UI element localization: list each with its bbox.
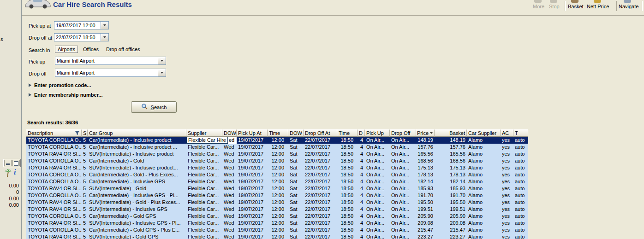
cell-transmission: auto: [513, 227, 528, 233]
membership-number-expander[interactable]: Enter membership number...: [29, 92, 103, 98]
cell-s: 5: [82, 233, 88, 239]
cell-price: 165.56: [416, 151, 435, 157]
column-header-s[interactable]: S: [82, 129, 88, 137]
cell-dropoff-location: On Air...: [390, 178, 416, 185]
cell-transmission: auto: [513, 206, 528, 213]
results-summary: Search results: 36/36: [27, 120, 78, 125]
column-header-days[interactable]: D: [358, 129, 365, 137]
cell-description: TOYOTA COROLLA O...: [26, 137, 82, 144]
column-header-car-group[interactable]: Car Group: [88, 129, 186, 137]
supplier-edit-box[interactable]: Flexible Car Hire: [186, 137, 228, 144]
result-row[interactable]: TOYOTA RAV4 OR SI...5SUV(Intermediate) -…: [26, 164, 528, 171]
result-row[interactable]: TOYOTA COROLLA O...5Car(Intermediate) - …: [26, 178, 528, 185]
cell-basket: 148.19: [435, 137, 467, 144]
panel-minimize-button[interactable]: [4, 160, 12, 166]
column-header-pickup-date[interactable]: Pick Up At: [237, 129, 268, 137]
cell-days: 4: [358, 192, 365, 199]
cell-pickup-date: 19/07/2017: [237, 144, 268, 151]
cell-basket: 175.13: [435, 164, 467, 171]
result-row[interactable]: TOYOTA RAV4 OR SI...5SUV(Intermediate) -…: [26, 206, 528, 213]
toolbar-stop-button[interactable]: Stop: [549, 4, 560, 9]
column-header-dropoff-time[interactable]: Time: [337, 129, 358, 137]
result-row[interactable]: TOYOTA RAV4 OR SI...5SUV(Intermediate) -…: [26, 220, 528, 227]
cell-transmission: auto: [513, 213, 528, 220]
column-header-pickup-time[interactable]: Time: [268, 129, 288, 137]
search-in-airports-tab[interactable]: Airports: [55, 46, 78, 53]
cell-dow-dropoff: Sat: [288, 144, 304, 151]
cell-dow-dropoff: Sat: [288, 192, 304, 199]
dropdown-arrow-icon[interactable]: [158, 57, 166, 64]
search-button[interactable]: Search: [131, 101, 177, 113]
cell-transmission: auto: [513, 199, 528, 206]
column-header-transmission[interactable]: T: [513, 129, 528, 137]
basket-icon: [571, 0, 578, 3]
cell-dropoff-date: 22/07/2017: [304, 227, 337, 233]
search-in-options: Airports Offices Drop off offices: [55, 46, 145, 53]
toolbar-basket-button[interactable]: Basket: [568, 4, 584, 9]
result-row[interactable]: TOYOTA RAV4 OR SI...5SUV(Intermediate) -…: [26, 151, 528, 157]
left-panel: s i 0.00 0 0.00 0.00: [0, 0, 22, 239]
cell-days: 4: [358, 164, 365, 171]
result-row[interactable]: TOYOTA COROLLA O...5Car(Intermediate) - …: [26, 144, 528, 151]
cell-description: TOYOTA COROLLA O...: [26, 192, 82, 199]
column-header-pickup-location[interactable]: Pick Up: [365, 129, 390, 137]
cell-s: 5: [82, 192, 88, 199]
cell-pickup-location: On Air...: [365, 151, 390, 157]
result-row[interactable]: TOYOTA COROLLA O...5Car(Intermediate) - …: [26, 213, 528, 220]
dropoff-datetime-select[interactable]: 22/07/2017 18:50: [54, 33, 109, 41]
cell-pickup-time: 12:00: [268, 137, 288, 144]
result-row[interactable]: TOYOTA RAV4 OR SI...5SUV(Intermediate) -…: [26, 233, 528, 239]
cell-transmission: auto: [513, 233, 528, 239]
cell-pickup-date: 19/07/2017: [237, 171, 268, 178]
cell-dropoff-time: 18:50: [337, 220, 358, 227]
result-row[interactable]: TOYOTA COROLLA O...5Car(Intermediate) - …: [26, 192, 528, 199]
cell-dow-pickup: Wed: [222, 164, 237, 171]
dropdown-arrow-icon[interactable]: [101, 34, 108, 41]
cell-dropoff-time: 18:50: [337, 199, 358, 206]
promotion-code-expander[interactable]: Enter promotion code...: [29, 82, 91, 88]
info-icon[interactable]: i: [14, 168, 16, 176]
pickup-location-select[interactable]: Miami Intl Airport: [55, 57, 166, 65]
toolbar-more-button[interactable]: More: [533, 4, 544, 9]
column-header-dow-dropoff[interactable]: DOW: [288, 129, 304, 137]
result-row[interactable]: TOYOTA RAV4 OR SI...5SUV(Intermediate) -…: [26, 199, 528, 206]
result-row[interactable]: TOYOTA COROLLA O...5Car(Intermediate) - …: [26, 171, 528, 178]
result-row[interactable]: TOYOTA COROLLA O...5Car(Intermediate) - …: [26, 227, 528, 233]
cell-dow-pickup: Wed: [222, 199, 237, 206]
cell-dow-dropoff: Sat: [288, 185, 304, 192]
cell-pickup-time: 12:00: [268, 233, 288, 239]
column-header-ac[interactable]: AC: [501, 129, 513, 137]
panel-restore-button[interactable]: [12, 160, 20, 166]
cell-dropoff-date: 22/07/2017: [304, 220, 337, 227]
toolbar-nett-price-button[interactable]: Nett Price: [587, 4, 609, 9]
cell-description: TOYOTA COROLLA O...: [26, 227, 82, 233]
column-header-dropoff-location[interactable]: Drop Off: [390, 129, 416, 137]
column-header-supplier[interactable]: Supplier: [186, 129, 222, 137]
result-row[interactable]: TOYOTA COROLLA O...5Car(Intermediate) - …: [26, 137, 528, 144]
cell-ac: yes: [501, 206, 513, 213]
cell-description: TOYOTA RAV4 OR SI...: [26, 151, 82, 157]
column-header-dropoff-date[interactable]: Drop Off At: [304, 129, 337, 137]
search-in-offices-tab[interactable]: Offices: [81, 46, 101, 52]
dropdown-arrow-icon[interactable]: [158, 69, 166, 76]
column-header-car-supplier[interactable]: Car Supplier: [467, 129, 501, 137]
dropoff-location-select[interactable]: Miami Intl Airport: [55, 69, 166, 77]
cell-days: 4: [358, 137, 365, 144]
cell-basket: 182.14: [435, 178, 467, 185]
column-header-price[interactable]: Price: [416, 129, 435, 137]
result-row[interactable]: TOYOTA RAV4 OR SI...5SUV(Intermediate) -…: [26, 185, 528, 192]
palm-tree-icon[interactable]: [4, 169, 12, 178]
cell-transmission: auto: [513, 151, 528, 157]
column-header-basket[interactable]: Basket: [435, 129, 467, 137]
toolbar-navigate-button[interactable]: Navigate: [619, 4, 638, 9]
supplier-edit-overlay[interactable]: Flexible Car Hireed: [186, 137, 237, 144]
cell-dropoff-date: 22/07/2017: [304, 137, 337, 144]
pickup-datetime-select[interactable]: 19/07/2017 12:00: [54, 21, 109, 29]
column-header-description[interactable]: Description: [26, 129, 82, 137]
cell-days: 4: [358, 178, 365, 185]
result-row[interactable]: TOYOTA COROLLA O...5Car(Intermediate) - …: [26, 157, 528, 164]
column-header-dow-pickup[interactable]: DOW: [222, 129, 237, 137]
search-in-dropoff-offices-tab[interactable]: Drop off offices: [104, 46, 143, 52]
dropdown-arrow-icon[interactable]: [101, 22, 108, 29]
cell-dropoff-location: On Air...: [390, 151, 416, 157]
